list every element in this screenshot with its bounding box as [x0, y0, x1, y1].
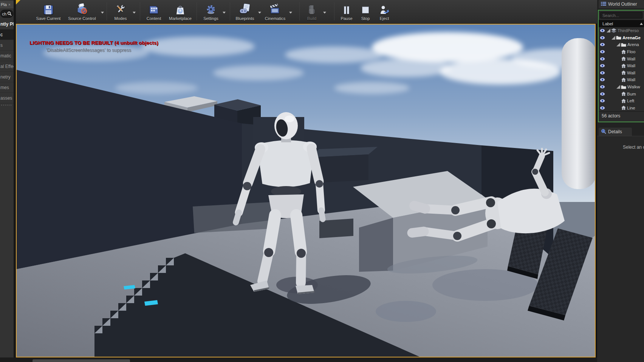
toolbar-button-settings[interactable]: Settings — [200, 0, 221, 22]
place-category-item[interactable]: netry — [0, 72, 14, 82]
outliner-row[interactable]: Line — [599, 105, 644, 112]
suppress-hint-text: 'DisableAllScreenMessages' to suppress — [46, 48, 131, 53]
outliner-column-header[interactable]: Label — [599, 20, 644, 27]
tutorial-corner-icon[interactable] — [16, 0, 20, 5]
mesh-icon — [621, 50, 626, 54]
outliner-row[interactable]: Wall — [599, 69, 644, 77]
content-browser-tab-edge[interactable] — [33, 359, 130, 362]
toolbar-button-label: Eject — [380, 16, 389, 21]
outliner-row[interactable]: ArenaGe — [599, 34, 644, 42]
toolbar-button-cinematics[interactable]: Cinematics — [262, 0, 288, 22]
toolbar-button-label: Source Control — [68, 16, 96, 21]
toolbar-button-eject[interactable]: Eject — [376, 0, 393, 22]
source-control-icon — [76, 3, 88, 15]
toolbar-button-label: Blueprints — [236, 16, 254, 21]
mesh-icon — [621, 78, 626, 82]
outliner-row[interactable]: Wall — [599, 76, 644, 83]
toolbar-button-build[interactable]: Build — [302, 0, 322, 22]
outliner-row[interactable]: Wall — [599, 55, 644, 62]
right-dock-panel: World Outliner Label ThirdPersoArenaGeAr… — [597, 0, 644, 362]
outliner-row[interactable]: Bum — [599, 90, 644, 97]
toolbar-button-content[interactable]: Content — [143, 0, 165, 22]
toolbar-button-blueprints[interactable]: Blueprints — [233, 0, 257, 22]
place-actors-panel: Pla × ch ntly Plcsmatical Effecnetrymesa… — [0, 0, 14, 357]
mesh-icon — [621, 57, 626, 61]
outliner-row[interactable]: Floo — [599, 48, 644, 55]
eye-icon[interactable] — [600, 64, 605, 68]
outliner-tree: ThirdPersoArenaGeArenaFlooWallWallWallWa… — [599, 27, 644, 111]
eye-icon[interactable] — [600, 99, 605, 103]
place-search-text: ch — [2, 12, 6, 16]
place-actors-tab[interactable]: Pla × — [0, 1, 14, 8]
eye-icon[interactable] — [600, 92, 605, 96]
outliner-row-label: Wall — [627, 71, 635, 75]
toolbar-button-source-control[interactable]: Source Control — [64, 0, 100, 22]
place-category-item[interactable]: ntly Pl — [0, 19, 14, 29]
place-search-input[interactable]: ch — [0, 10, 13, 18]
toolbar-button-marketplace[interactable]: Marketplace — [166, 0, 194, 22]
details-info-icon: i — [601, 129, 606, 135]
eye-icon[interactable] — [600, 78, 605, 82]
sort-ascending-icon — [640, 23, 643, 25]
outliner-row[interactable]: Left — [599, 97, 644, 105]
mesh-icon — [621, 106, 626, 110]
outliner-row-label: Floo — [627, 49, 635, 54]
pause-icon — [341, 3, 352, 15]
eye-icon[interactable] — [600, 29, 605, 32]
dropdown-caret-icon[interactable] — [101, 12, 104, 14]
place-category-item[interactable]: asses — [0, 93, 14, 103]
toolbar-button-modes[interactable]: Modes — [110, 0, 132, 22]
toolbar-separator — [230, 2, 230, 20]
place-category-item[interactable]: mes — [0, 82, 14, 93]
expander-icon[interactable] — [616, 43, 620, 46]
outliner-search-input[interactable] — [600, 12, 642, 18]
dropdown-caret-icon[interactable] — [289, 12, 292, 14]
details-tab[interactable]: i Details — [599, 128, 632, 136]
place-category-item[interactable]: c — [0, 29, 14, 40]
eye-icon[interactable] — [600, 57, 605, 61]
panel-grip[interactable] — [1, 105, 12, 106]
mesh-icon — [621, 64, 626, 68]
place-actors-tab-label: Pla — [1, 2, 7, 7]
toolbar-button-label: Build — [307, 16, 316, 21]
dropdown-caret-icon[interactable] — [258, 12, 261, 14]
dropdown-caret-icon[interactable] — [323, 12, 326, 14]
close-icon[interactable]: × — [8, 3, 11, 7]
toolbar-button-save-current[interactable]: Save Current — [33, 0, 63, 22]
outliner-row[interactable]: ThirdPerso — [599, 27, 644, 34]
dropdown-caret-icon[interactable] — [133, 12, 136, 14]
details-body: Select an o — [597, 136, 644, 362]
dropdown-caret-icon[interactable] — [223, 12, 226, 14]
toolbar-button-label: Modes — [114, 16, 127, 21]
world-outliner-tab[interactable]: World Outliner — [599, 0, 644, 8]
eye-icon[interactable] — [600, 85, 605, 89]
blueprints-icon — [239, 3, 251, 15]
eye-icon[interactable] — [600, 36, 605, 40]
toolbar-button-pause[interactable]: Pause — [338, 0, 355, 22]
details-empty-message: Select an o — [623, 145, 644, 150]
eye-icon[interactable] — [600, 106, 605, 110]
expander-icon[interactable] — [607, 29, 610, 32]
toolbar-button-label: Cinematics — [265, 16, 285, 21]
expander-icon[interactable] — [616, 85, 620, 89]
world-outliner-body: Label ThirdPersoArenaGeArenaFlooWallWall… — [598, 10, 644, 122]
eye-icon[interactable] — [600, 43, 605, 46]
outliner-row[interactable]: Arena — [599, 41, 644, 48]
outliner-row-label: Left — [627, 99, 634, 103]
place-category-item[interactable]: matic — [0, 51, 14, 61]
place-category-item[interactable]: al Effec — [0, 61, 14, 72]
expander-icon[interactable] — [611, 36, 615, 40]
toolbar-button-stop[interactable]: Stop — [357, 0, 374, 22]
mesh-icon — [621, 99, 626, 103]
viewport[interactable]: LIGHTING NEEDS TO BE REBUILT (4 unbuilt … — [16, 24, 596, 357]
place-category-item[interactable]: s — [0, 40, 14, 51]
outliner-row-label: Walkw — [627, 85, 640, 89]
outliner-list-icon — [601, 2, 606, 7]
eye-icon[interactable] — [600, 50, 605, 54]
outliner-row-label: Arena — [627, 42, 639, 47]
content-icon — [148, 3, 159, 15]
outliner-row[interactable]: Wall — [599, 62, 644, 69]
outliner-row[interactable]: Walkw — [599, 83, 644, 91]
outliner-row-label: Wall — [627, 63, 635, 68]
eye-icon[interactable] — [600, 71, 605, 75]
